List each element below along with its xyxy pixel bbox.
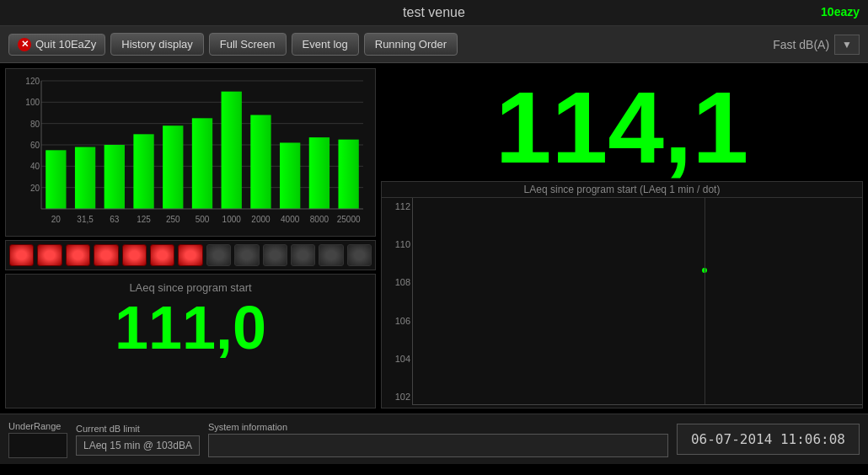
title-bar: test venue 10eazy: [0, 0, 868, 26]
y-axis-label: 108: [383, 277, 410, 287]
y-axis-label: 104: [383, 354, 410, 364]
quit-x-icon: ✕: [18, 38, 31, 51]
laeq-value: 111,0: [13, 297, 368, 358]
full-screen-button[interactable]: Full Screen: [209, 33, 287, 56]
graph-vline: [705, 198, 705, 404]
system-info-section: System information: [208, 422, 668, 457]
led-segment-dark: [319, 244, 343, 266]
laeq-section: LAeq since program start 111,0: [5, 274, 376, 408]
quit-button[interactable]: ✕ Quit 10EaZy: [8, 34, 105, 56]
status-bar: UnderRange Current dB limit LAeq 15 min …: [0, 414, 868, 464]
under-range-section: UnderRange: [8, 421, 67, 458]
led-segment-dark: [206, 244, 231, 266]
led-segment-dark: [263, 244, 287, 266]
led-segment-red: [66, 244, 90, 266]
led-segment-dark: [347, 244, 372, 266]
graph-inner: 112110108106104102: [382, 198, 862, 405]
quit-label: Quit 10EaZy: [35, 38, 96, 51]
led-segment-red: [9, 244, 34, 266]
system-info-label: System information: [208, 422, 668, 432]
current-db-label: Current dB limit: [76, 424, 200, 434]
logo: 10eazy: [821, 5, 860, 19]
led-segment-dark: [234, 244, 259, 266]
led-segment-dark: [291, 244, 315, 266]
y-axis-label: 112: [383, 201, 410, 211]
history-display-button[interactable]: History display: [110, 33, 204, 56]
laeq-graph: LAeq since program start (LAeq 1 min / d…: [381, 181, 863, 408]
fast-dba-section: Fast dB(A) ▼: [773, 35, 860, 55]
running-order-button[interactable]: Running Order: [364, 33, 458, 56]
graph-y-axis: 112110108106104102: [382, 198, 412, 405]
under-range-box: [8, 433, 67, 458]
app-title: test venue: [403, 5, 465, 19]
laeq-label: LAeq since program start: [13, 281, 368, 294]
led-segment-red: [178, 244, 202, 266]
system-info-box: [208, 434, 668, 457]
current-db-section: Current dB limit LAeq 15 min @ 103dBA: [76, 424, 200, 456]
graph-title: LAeq since program start (LAeq 1 min / d…: [382, 182, 862, 198]
under-range-label: UnderRange: [8, 421, 61, 431]
right-panel: 114,1 LAeq since program start (LAeq 1 m…: [381, 68, 863, 408]
fast-dba-dropdown[interactable]: ▼: [834, 35, 860, 55]
toolbar: ✕ Quit 10EaZy History display Full Scree…: [0, 26, 868, 63]
fast-dba-label: Fast dB(A): [773, 38, 829, 51]
main-content: LAeq since program start 111,0 114,1 LAe…: [0, 63, 868, 414]
chart-canvas: [13, 74, 368, 232]
led-segment-red: [37, 244, 62, 266]
big-db-display: 114,1: [381, 68, 863, 178]
datetime-display: 06-07-2014 11:06:08: [677, 424, 860, 455]
graph-plot: [412, 198, 862, 405]
y-axis-label: 106: [383, 316, 410, 326]
y-axis-label: 110: [383, 239, 410, 249]
y-axis-label: 102: [383, 392, 410, 402]
led-segment-red: [94, 244, 118, 266]
frequency-chart: [5, 68, 376, 237]
led-segment-red: [122, 244, 147, 266]
event-log-button[interactable]: Event log: [292, 33, 359, 56]
led-bar: [5, 240, 376, 270]
led-segment-red: [150, 244, 174, 266]
current-db-box: LAeq 15 min @ 103dBA: [76, 435, 200, 456]
left-panel: LAeq since program start 111,0: [5, 68, 376, 408]
